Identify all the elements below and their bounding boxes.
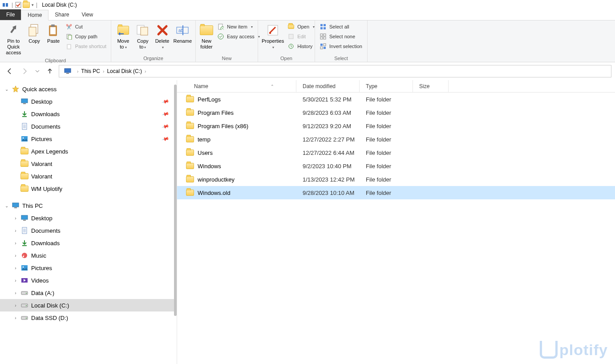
paste-shortcut-button[interactable]: Paste shortcut (64, 42, 108, 51)
easy-access-button[interactable]: Easy access▾ (215, 32, 262, 41)
folder-dropdown-icon[interactable] (23, 1, 30, 8)
tab-share[interactable]: Share (49, 9, 75, 20)
sidebar-item-pc[interactable]: ›Desktop (0, 212, 177, 224)
pin-icon: 📌 (162, 97, 170, 105)
sidebar-quick-access[interactable]: ⌄ Quick access (0, 83, 177, 95)
edit-button[interactable]: Edit (286, 32, 316, 41)
sidebar-item-pc[interactable]: ›Documents (0, 224, 177, 237)
pin-quick-access-button[interactable]: Pin to Quick access (3, 22, 24, 57)
chevron-right-icon[interactable]: › (12, 315, 19, 320)
sidebar-item-pc[interactable]: ›Data (A:) (0, 287, 177, 299)
table-row[interactable]: Windows9/2/2023 10:40 PMFile folder (177, 159, 615, 173)
move-to-button[interactable]: Move to▾ (114, 22, 133, 51)
sidebar-item-pc[interactable]: ›Downloads (0, 237, 177, 249)
delete-button[interactable]: Delete▾ (153, 22, 172, 51)
table-row[interactable]: Users12/27/2022 6:44 AMFile folder (177, 146, 615, 159)
chevron-right-icon[interactable]: › (12, 253, 19, 258)
item-icon (20, 314, 28, 322)
table-row[interactable]: temp12/27/2022 2:27 PMFile folder (177, 133, 615, 146)
sidebar-item-label: Desktop (31, 215, 177, 222)
cut-button[interactable]: ✂️ Cut (64, 22, 108, 31)
properties-button[interactable]: Properties▾ (261, 22, 285, 51)
sidebar-item-label: Valorant (31, 161, 177, 167)
invert-selection-button[interactable]: Invert selection (318, 42, 364, 51)
copy-to-button[interactable]: Copy to▾ (134, 22, 152, 51)
paste-button[interactable]: Paste (45, 22, 63, 45)
sidebar-item-qa[interactable]: Desktop📌 (0, 95, 177, 108)
chevron-right-icon[interactable]: › (103, 69, 104, 74)
sidebar-item-qa[interactable]: Valorant (0, 158, 177, 170)
address-bar[interactable]: › This PC › Local Disk (C:) › (59, 65, 611, 77)
cell-type: File folder (360, 136, 413, 143)
paste-shortcut-icon (65, 43, 73, 50)
sidebar-item-qa[interactable]: Valorant (0, 170, 177, 182)
column-name-label: Name (194, 83, 208, 89)
sidebar-item-qa[interactable]: WM Uplotify (0, 182, 177, 195)
tab-view[interactable]: View (75, 9, 99, 20)
chevron-right-icon[interactable]: › (12, 241, 19, 246)
cell-name: Program Files (x86) (177, 123, 296, 129)
sidebar-item-pc[interactable]: ›Videos (0, 274, 177, 287)
history-label: History (297, 44, 312, 49)
sidebar-item-pc[interactable]: ›Music (0, 249, 177, 262)
new-folder-button[interactable]: New folder (198, 22, 214, 51)
svg-rect-9 (68, 35, 72, 40)
back-button[interactable] (4, 65, 16, 77)
table-row[interactable]: Windows.old9/28/2023 10:10 AMFile folder (177, 186, 615, 199)
chevron-right-icon[interactable]: › (12, 291, 19, 295)
table-row[interactable]: Program Files9/28/2023 6:03 AMFile folde… (177, 106, 615, 119)
tab-home[interactable]: Home (21, 10, 49, 20)
column-header-name[interactable]: Name ⌃ (177, 80, 296, 92)
svg-rect-61 (21, 291, 28, 295)
sidebar-item-label: Data (A:) (31, 290, 177, 296)
column-header-date[interactable]: Date modified (296, 80, 360, 92)
properties-icon (266, 23, 280, 37)
svg-rect-39 (21, 99, 28, 103)
breadcrumb-thispc[interactable]: This PC (81, 68, 100, 74)
history-button[interactable]: History (286, 42, 316, 51)
sidebar-item-qa[interactable]: Apex Legends (0, 145, 177, 158)
sidebar-item-qa[interactable]: Documents📌 (0, 120, 177, 133)
sidebar-item-pc[interactable]: ›Local Disk (C:) (0, 299, 177, 311)
select-all-button[interactable]: Select all (318, 22, 364, 31)
chevron-right-icon[interactable]: › (77, 69, 78, 74)
chevron-down-icon[interactable]: ⌄ (4, 87, 10, 92)
chevron-right-icon[interactable]: › (145, 69, 146, 74)
item-icon (20, 289, 28, 297)
sidebar-item-pc[interactable]: ›Pictures (0, 262, 177, 274)
sidebar-scrollbar[interactable] (174, 85, 177, 316)
table-row[interactable]: Program Files (x86)9/12/2023 9:20 AMFile… (177, 119, 615, 133)
rename-button[interactable]: ab Rename (172, 22, 193, 45)
sidebar-this-pc[interactable]: ⌄ This PC (0, 199, 177, 212)
copy-button[interactable]: Copy (25, 22, 44, 45)
svg-rect-2 (16, 2, 21, 8)
chevron-right-icon[interactable]: › (12, 303, 19, 308)
recent-locations-button[interactable] (34, 65, 41, 77)
sidebar-item-qa[interactable]: Downloads📌 (0, 108, 177, 120)
copy-path-icon (65, 33, 73, 40)
sidebar-item-label: Valorant (31, 173, 177, 180)
chevron-down-icon[interactable]: ⌄ (4, 203, 10, 208)
chevron-down-icon[interactable]: ▼ (31, 3, 34, 7)
new-item-button[interactable]: + New item▾ (215, 22, 262, 31)
column-header-type[interactable]: Type (360, 80, 413, 92)
column-header-size[interactable]: Size (413, 80, 449, 92)
sidebar-item-qa[interactable]: Pictures📌 (0, 133, 177, 145)
sidebar-item-pc[interactable]: ›Data SSD (D:) (0, 311, 177, 324)
tab-file[interactable]: File (0, 9, 21, 20)
chevron-right-icon[interactable]: › (12, 266, 19, 271)
checkbox-icon[interactable] (15, 1, 22, 8)
up-button[interactable] (44, 65, 56, 77)
svg-point-57 (22, 253, 27, 258)
table-row[interactable]: PerfLogs5/30/2021 5:32 PMFile folder (177, 93, 615, 106)
breadcrumb-localdisk[interactable]: Local Disk (C:) (107, 68, 142, 74)
forward-button[interactable] (19, 65, 31, 77)
chevron-right-icon[interactable]: › (12, 216, 19, 221)
select-none-button[interactable]: Select none (318, 32, 364, 41)
table-row[interactable]: winproductkey1/13/2023 12:42 PMFile fold… (177, 173, 615, 186)
chevron-right-icon[interactable]: › (12, 228, 19, 233)
chevron-right-icon[interactable]: › (12, 278, 19, 283)
copy-path-button[interactable]: Copy path (64, 32, 108, 41)
svg-rect-34 (324, 44, 326, 46)
open-button[interactable]: Open▾ (286, 22, 316, 31)
